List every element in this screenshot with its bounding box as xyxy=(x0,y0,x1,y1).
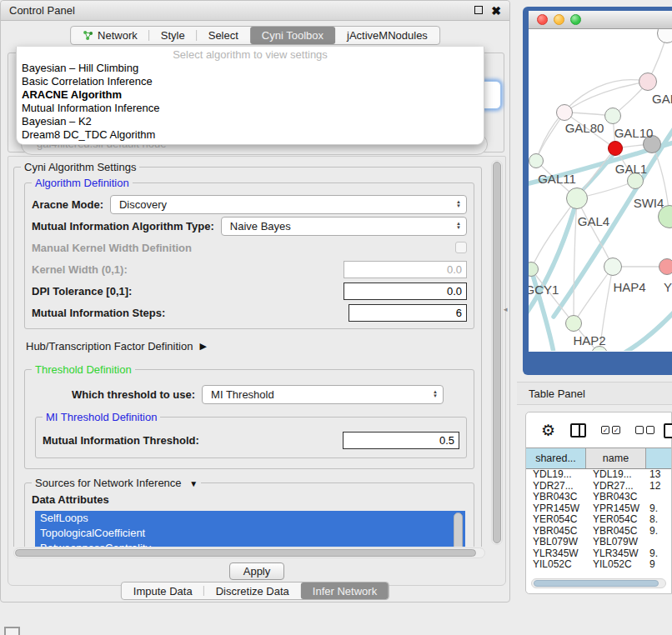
network-node[interactable] xyxy=(604,108,621,124)
data-attributes-label: Data Attributes xyxy=(32,493,469,506)
float-window-button[interactable] xyxy=(474,4,483,17)
bottom-tabstrip: Impute Data Discretize Data Infer Networ… xyxy=(121,582,389,600)
network-node[interactable] xyxy=(659,258,672,275)
cell-name: YER054C xyxy=(586,514,646,526)
cell-value: 9. xyxy=(646,548,671,560)
export-table-icon[interactable] xyxy=(664,423,672,438)
algorithm-option[interactable]: Basic Correlation Inference xyxy=(17,75,484,88)
network-node[interactable] xyxy=(604,258,622,276)
data-attribute-item[interactable]: BetweennessCentrality xyxy=(35,541,465,547)
column-header-partial[interactable] xyxy=(646,448,671,468)
expand-right-icon: ▶ xyxy=(199,341,206,352)
tab-select[interactable]: Select xyxy=(197,27,250,44)
deselect-all-checks-icon[interactable] xyxy=(635,426,654,434)
tab-network[interactable]: Network xyxy=(71,27,149,44)
column-layout-icon[interactable] xyxy=(570,423,586,438)
threshold-definition-title: Threshold Definition xyxy=(32,363,135,376)
manual-kernel-width-label: Manual Kernel Width Definition xyxy=(32,242,192,254)
network-node[interactable] xyxy=(639,72,657,91)
minimize-traffic-icon[interactable] xyxy=(554,14,564,25)
which-threshold-value: MI Threshold xyxy=(211,388,433,401)
sources-collapse-toggle[interactable]: Sources for Network Inference ▼ xyxy=(32,477,201,489)
tab-style[interactable]: Style xyxy=(149,27,197,44)
hub-transcription-factor-expander[interactable]: Hub/Transcription Factor Definition ▶ xyxy=(26,336,481,356)
settings-horizontal-scrollbar xyxy=(13,548,485,558)
network-node-label: GAL80 xyxy=(565,121,604,135)
table-panel-titlebar: Table Panel xyxy=(517,382,672,405)
kernel-width-field[interactable]: 0.0 xyxy=(344,261,467,278)
apply-button[interactable]: Apply xyxy=(229,562,284,580)
network-node-label: GAL1 xyxy=(615,162,647,176)
table-row[interactable]: YPR145W YPR145W 9. xyxy=(526,503,671,515)
algorithm-option[interactable]: Bayesian – K2 xyxy=(17,115,484,128)
cell-shared-name: YIL052C xyxy=(526,559,586,571)
mi-algorithm-type-combobox[interactable]: Naive Bayes ▲▼ xyxy=(221,217,467,236)
dpi-tolerance-field[interactable]: 0.0 xyxy=(344,282,467,300)
select-all-checks-icon[interactable]: ✓✓ xyxy=(601,426,620,434)
algorithm-dropdown-hint: Select algorithm to view settings xyxy=(17,48,484,62)
settings-vertical-scrollbar-thumb[interactable] xyxy=(493,162,501,543)
table-row[interactable]: YIL052C YIL052C 9 xyxy=(526,559,671,571)
manual-kernel-width-checkbox[interactable] xyxy=(455,242,467,253)
panel-splitter-handle[interactable]: ◂ xyxy=(504,305,508,313)
column-header-shared-name[interactable]: shared... xyxy=(526,448,586,468)
mi-threshold-definition-group: MI Threshold Definition Mutual Informati… xyxy=(35,417,467,458)
which-threshold-combobox[interactable]: MI Threshold ▲▼ xyxy=(202,385,444,404)
list-scrollbar-thumb[interactable] xyxy=(454,512,463,547)
table-row[interactable]: YER054C YER054C 8. xyxy=(526,514,671,526)
table-row[interactable]: YDL19... YDL19... 13 xyxy=(526,469,671,481)
tab-cyni-toolbox[interactable]: Cyni Toolbox xyxy=(250,27,335,44)
settings-panel: Cyni Algorithm Settings Algorithm Defini… xyxy=(8,156,506,586)
tab-jactivemnodules-label: jActiveMNodules xyxy=(347,29,428,42)
algorithm-definition-title: Algorithm Definition xyxy=(32,177,133,189)
algorithm-option[interactable]: Bayesian – Hill Climbing xyxy=(17,62,484,75)
control-panel-window: Control Panel ✖ Network Style Select Cyn… xyxy=(0,0,510,602)
mi-threshold-field[interactable]: 0.5 xyxy=(343,432,459,449)
close-icon[interactable]: ✖ xyxy=(491,7,501,15)
table-body: YDL19... YDL19... 13 YDR27... YDR27... 1… xyxy=(526,469,671,572)
network-node-label: Y xyxy=(664,280,672,294)
cell-value: 9 xyxy=(646,559,671,571)
collapse-down-icon: ▼ xyxy=(189,479,198,488)
float-icon xyxy=(474,6,483,14)
aracne-mode-combobox[interactable]: Discovery ▲▼ xyxy=(110,195,467,214)
cell-value: 9. xyxy=(646,503,671,515)
table-row[interactable]: YLR345W YLR345W 9. xyxy=(526,548,671,560)
table-row[interactable]: YBR045C YBR045C 9. xyxy=(526,526,671,538)
network-node[interactable] xyxy=(529,153,544,168)
data-attribute-item[interactable]: TopologicalCoefficient xyxy=(35,526,465,541)
tab-discretize-data[interactable]: Discretize Data xyxy=(204,582,301,599)
network-node[interactable] xyxy=(608,141,623,156)
network-canvas[interactable]: GAL GAL80 GAL10 GAL1 GAL11 SWI4 GAL4 GCY… xyxy=(529,29,672,351)
table-row[interactable]: YDR27... YDR27... 12 xyxy=(526,481,671,492)
tab-infer-network[interactable]: Infer Network xyxy=(301,582,389,599)
network-node[interactable] xyxy=(556,104,573,121)
column-header-name[interactable]: name xyxy=(586,448,646,468)
mi-threshold-label: Mutual Information Threshold: xyxy=(43,434,199,447)
settings-horizontal-scrollbar-thumb[interactable] xyxy=(15,549,476,557)
mi-threshold-definition-title: MI Threshold Definition xyxy=(43,411,160,423)
algorithm-option[interactable]: Dream8 DC_TDC Algorithm xyxy=(17,128,484,142)
mi-steps-field[interactable]: 6 xyxy=(349,304,467,322)
algorithm-definition-group: Algorithm Definition Aracne Mode: Discov… xyxy=(24,182,474,329)
tab-style-label: Style xyxy=(161,29,185,42)
table-horizontal-scrollbar-thumb[interactable] xyxy=(534,580,659,587)
corner-widget-icon[interactable] xyxy=(4,627,20,635)
control-panel-title: Control Panel xyxy=(9,4,75,17)
cell-shared-name: YBR043C xyxy=(526,492,586,503)
close-traffic-icon[interactable] xyxy=(537,14,548,25)
tab-jactivemnodules[interactable]: jActiveMNodules xyxy=(335,27,439,44)
table-row[interactable]: YBR043C YBR043C xyxy=(526,492,671,503)
algorithm-option[interactable]: Mutual Information Inference xyxy=(17,102,484,115)
table-row[interactable]: YBL079W YBL079W xyxy=(526,537,671,548)
zoom-traffic-icon[interactable] xyxy=(570,14,581,25)
gear-icon[interactable]: ⚙ xyxy=(541,422,555,438)
data-attribute-item[interactable]: SelfLoops xyxy=(35,511,465,526)
control-panel-titlebar: Control Panel ✖ xyxy=(1,1,509,21)
network-node[interactable] xyxy=(565,315,582,332)
network-view-window: GAL GAL80 GAL10 GAL1 GAL11 SWI4 GAL4 GCY… xyxy=(529,11,672,352)
cell-shared-name: YLR345W xyxy=(526,548,586,560)
tab-impute-data[interactable]: Impute Data xyxy=(122,582,204,599)
network-node[interactable] xyxy=(566,188,588,209)
algorithm-option[interactable]: ARACNE Algorithm xyxy=(17,88,484,102)
